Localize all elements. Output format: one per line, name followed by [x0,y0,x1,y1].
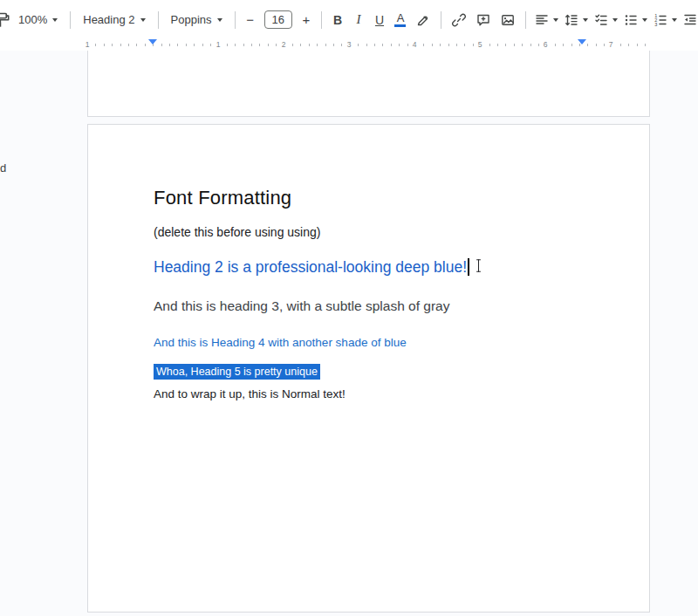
toolbar: 100% Heading 2 Poppins − 16 + B I U A [0,0,698,39]
highlight-color-button[interactable] [412,8,435,32]
zoom-value: 100% [18,13,47,26]
doc-title[interactable]: Font Formatting [154,186,291,211]
chevron-down-icon [553,18,558,22]
ruler-ticks [87,44,650,46]
increase-font-size-button[interactable]: + [298,8,315,32]
ruler-number: 7 [606,39,616,50]
doc-heading3-line[interactable]: And this is heading 3, with a subtle spl… [154,298,449,315]
ruler-number: 6 [541,39,551,50]
text-color-button[interactable]: A [391,8,410,32]
separator [441,11,441,29]
separator [158,11,159,29]
line-spacing-button[interactable] [562,8,590,32]
ruler-number: 1 [83,39,92,50]
bold-button[interactable]: B [328,8,347,32]
paint-roller-icon [0,10,10,29]
ruler-number: 5 [476,39,485,50]
right-indent-marker[interactable] [578,39,586,44]
ruler-number: 1 [214,39,223,50]
heading2-text: Heading 2 is a professional-looking deep… [154,258,467,276]
chevron-down-icon [642,18,647,22]
bulleted-list-icon [623,12,639,28]
chevron-down-icon [583,18,588,22]
separator [70,11,71,29]
italic-button[interactable]: I [349,8,368,32]
doc-heading4-line[interactable]: And this is Heading 4 with another shade… [154,335,407,351]
clipped-sidebar-text: d [0,161,6,175]
left-indent-marker[interactable] [148,39,157,44]
chevron-down-icon [217,18,222,22]
paint-format-button[interactable] [0,8,10,32]
underline-label: U [375,13,384,27]
style-value: Heading 2 [83,13,134,26]
bulleted-list-button[interactable] [621,8,649,32]
text-color-swatch [394,24,406,27]
doc-normal-line[interactable]: And to wrap it up, this is Normal text! [154,387,346,402]
ruler-number: 3 [345,39,354,50]
font-select[interactable]: Poppins [165,8,229,32]
insert-link-button[interactable] [448,8,470,32]
selected-text[interactable]: Whoa, Heading 5 is pretty unique [154,364,320,380]
svg-text:3: 3 [654,21,657,26]
styles-select[interactable]: Heading 2 [77,8,151,32]
separator [321,11,322,29]
zoom-select[interactable]: 100% [12,8,64,32]
line-spacing-icon [564,12,579,28]
page-previous[interactable] [87,51,650,117]
ruler-number: 4 [410,39,420,50]
doc-heading5-line[interactable]: Whoa, Heading 5 is pretty unique [154,365,320,379]
chevron-down-icon [672,18,677,22]
insert-image-button[interactable] [496,8,519,32]
checklist-icon [593,12,609,28]
underline-button[interactable]: U [370,8,389,32]
separator [235,11,236,29]
decrease-indent-button[interactable] [681,8,698,32]
document-canvas: d Font Formatting (delete this before us… [0,51,698,616]
numbered-list-icon: 1 2 3 [653,12,668,28]
page-current[interactable]: Font Formatting (delete this before usin… [87,124,650,613]
add-comment-button[interactable] [472,8,495,32]
font-value: Poppins [171,13,212,26]
decrease-font-size-button[interactable]: − [242,8,259,32]
numbered-list-button[interactable]: 1 2 3 [651,8,679,32]
ruler-number: 2 [279,39,289,50]
link-icon [451,12,467,28]
decrease-indent-icon [682,12,698,28]
text-color-label: A [397,12,405,24]
comment-icon [476,12,491,28]
highlighter-icon [415,12,431,28]
doc-heading2-line[interactable]: Heading 2 is a professional-looking deep… [154,257,482,278]
chevron-down-icon [52,18,58,22]
chevron-down-icon [612,18,618,22]
font-size-input[interactable]: 16 [264,10,292,29]
align-left-icon [534,12,550,28]
ruler[interactable]: 1 1 2 3 4 5 6 7 [0,39,698,51]
text-caret [468,258,469,276]
chevron-down-icon [140,18,146,22]
doc-note-line[interactable]: (delete this before using using) [154,224,320,240]
separator [525,11,526,29]
image-icon [500,12,516,28]
checklist-button[interactable] [592,8,619,32]
align-button[interactable] [532,8,560,32]
ibeam-cursor-icon [475,258,482,278]
